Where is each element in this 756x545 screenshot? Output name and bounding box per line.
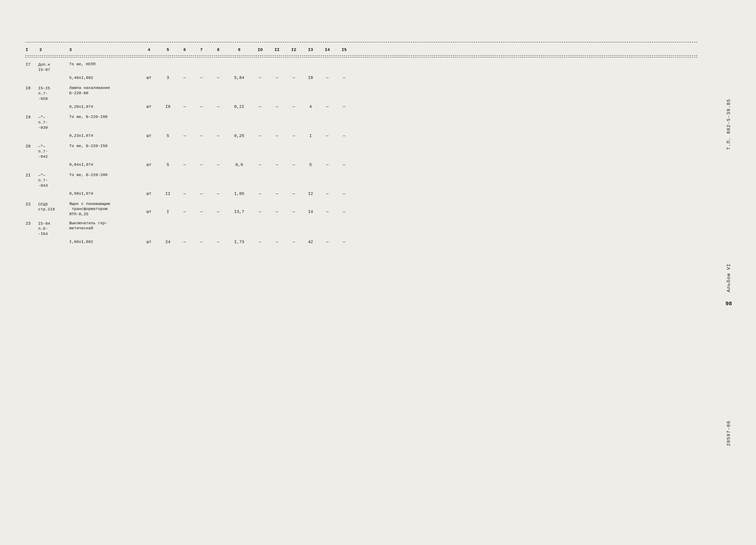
row-17-c11-empty <box>269 61 285 63</box>
row-19s-c7: — <box>193 132 210 140</box>
row-18s-c6: — <box>176 103 193 111</box>
table-row-sub: 0,20хI,074 шт I9 — — — 0,2I — — — 4 — — <box>25 102 697 111</box>
row-17s-c11: — <box>269 74 285 82</box>
table-row-sub: 0,84хI,074 шт 5 — — — 0,9 — — — 5 — — <box>25 160 697 169</box>
row-21-desc: То же, Б-220-200 <box>67 172 138 179</box>
table-row: I7 Доп.кI5-07 То же, НСПП <box>25 61 697 73</box>
header-col-7: 7 <box>193 46 210 54</box>
row-23-e11 <box>319 220 336 222</box>
row-19-e10 <box>302 114 319 116</box>
row-23s-c13: 42 <box>302 238 319 246</box>
row-23-e12 <box>336 220 353 222</box>
row-23s-c14: — <box>319 238 336 246</box>
row-20s-c5: 5 <box>159 161 176 169</box>
page: Т.П. 802-5-39.85 Альбом VI 98 20597-06 I… <box>0 0 756 545</box>
row-23s-unit: шт <box>138 238 159 246</box>
row-21s-c6: — <box>176 190 193 198</box>
row-22-c9: I3,7 <box>227 201 252 216</box>
row-23-e6 <box>227 220 252 222</box>
row-20-e7 <box>252 143 269 145</box>
row-23-id: 23 <box>25 220 38 227</box>
row-22-c11: — <box>269 201 285 216</box>
row-21-e1 <box>138 172 159 174</box>
row-23s-c7: — <box>193 238 210 246</box>
row-23s-c10: — <box>252 238 269 246</box>
row-18-c7e <box>193 85 210 87</box>
row-22-id: 22 <box>25 201 38 208</box>
row-19s-c14: — <box>319 132 336 140</box>
row-17s-c10: — <box>252 74 269 82</box>
row-18-c10e <box>252 85 269 87</box>
right-num: 98 <box>725 301 732 307</box>
row-18-c12e <box>285 85 302 87</box>
row-22-num: ССЦ5стр.2I8 <box>38 201 67 213</box>
row-20s-c6: — <box>176 161 193 169</box>
row-18s-c7: — <box>193 103 210 111</box>
row-23-e8 <box>269 220 285 222</box>
row-23s-id <box>25 241 38 243</box>
row-19s-c6: — <box>176 132 193 140</box>
row-20-e9 <box>285 143 302 145</box>
row-20s-c11: — <box>269 161 285 169</box>
row-19-e8 <box>269 114 285 116</box>
row-23-e3 <box>176 220 193 222</box>
row-19-e7 <box>252 114 269 116</box>
row-20s-c15: — <box>336 161 353 169</box>
row-20-e5 <box>210 143 227 145</box>
row-20-e11 <box>319 143 336 145</box>
row-23-e5 <box>210 220 227 222</box>
row-18-num: I5-I5п.7--028 <box>38 85 67 102</box>
row-23s-num <box>38 241 67 243</box>
header-col-11: II <box>269 46 285 54</box>
row-21s-c7: — <box>193 190 210 198</box>
header-col-14: I4 <box>319 46 336 54</box>
row-21s-c14: — <box>319 190 336 198</box>
row-21-e10 <box>302 172 319 174</box>
row-18s-c9: 0,2I <box>227 103 252 111</box>
row-21s-c9: I,05 <box>227 190 252 198</box>
row-19s-unit: шт <box>138 132 159 140</box>
row-22-c8: — <box>210 201 227 216</box>
row-17s-c6: — <box>176 74 193 82</box>
header-col-6: 6 <box>176 46 193 54</box>
row-21s-c10: — <box>252 190 269 198</box>
row-21-e12 <box>336 172 353 174</box>
row-19s-c9: 0,25 <box>227 132 252 140</box>
row-18-c14e <box>319 85 336 87</box>
row-18s-c11: — <box>269 103 285 111</box>
row-20s-c9: 0,9 <box>227 161 252 169</box>
row-18s-id <box>25 106 38 108</box>
row-19s-c12: — <box>285 132 302 140</box>
row-17s-unit: шт <box>138 74 159 82</box>
row-20s-unit: шт <box>138 161 159 169</box>
header-col-10: IO <box>252 46 269 54</box>
row-19s-c8: — <box>210 132 227 140</box>
row-20s-c10: — <box>252 161 269 169</box>
row-17s-id <box>25 77 38 79</box>
row-21s-c15: — <box>336 190 353 198</box>
row-23s-c5: 24 <box>159 238 176 246</box>
row-18s-c14: — <box>319 103 336 111</box>
row-20-e6 <box>227 143 252 145</box>
row-23s-c8: — <box>210 238 227 246</box>
table-row: 23 I5-04п.6--I64 Выключатель гер-метичес… <box>25 220 697 237</box>
row-20s-c12: — <box>285 161 302 169</box>
row-21-e5 <box>210 172 227 174</box>
row-17-c12-empty <box>285 61 302 63</box>
row-17s-c14: — <box>319 74 336 82</box>
row-17-unit-empty <box>138 61 159 63</box>
row-19s-num <box>38 135 67 137</box>
row-20-num: —"—п.7--042 <box>38 143 67 160</box>
row-19-e5 <box>210 114 227 116</box>
table-row: 20 —"—п.7--042 То же, Б-220-I50 <box>25 143 697 160</box>
row-20s-formula: 0,84хI,074 <box>67 161 138 168</box>
row-22-c13: I4 <box>302 201 319 216</box>
row-17-c6-empty <box>176 61 193 63</box>
row-18-desc: Лампа накаливанияБ-220-60 <box>67 85 138 96</box>
row-21-id: 2I <box>25 172 38 179</box>
row-21s-c5: II <box>159 190 176 198</box>
row-20-e10 <box>302 143 319 145</box>
main-content: I 2 3 4 5 6 7 8 9 IO II I2 I3 I4 I5 I7 Д… <box>25 42 697 503</box>
header-col-5: 5 <box>159 46 176 54</box>
row-21s-id <box>25 193 38 195</box>
